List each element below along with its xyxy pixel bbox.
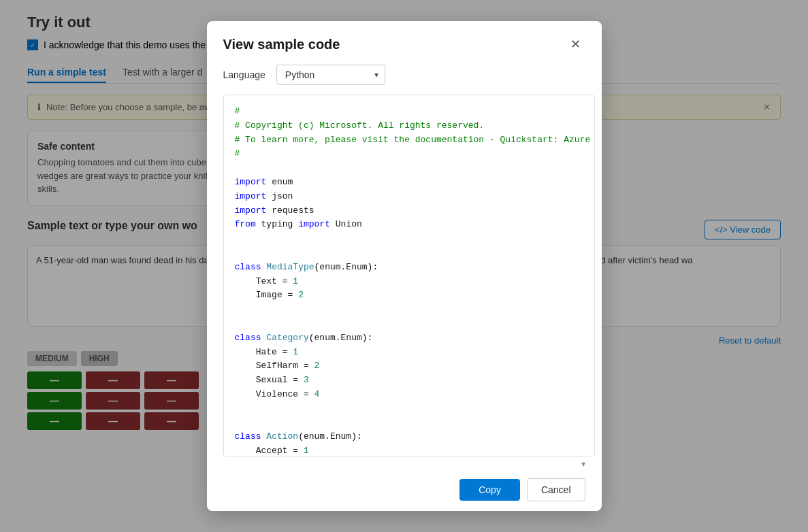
code-line-18: Accept = 1	[235, 444, 583, 456]
code-line-3: # To learn more, please visit the docume…	[235, 133, 583, 148]
scroll-down-icon: ▾	[581, 459, 585, 469]
code-line-13: Hate = 1	[235, 346, 583, 360]
modal-footer: Copy Cancel	[207, 469, 602, 511]
code-line-blank-2	[235, 232, 583, 246]
code-container: # # Copyright (c) Microsoft. All rights …	[223, 95, 595, 456]
code-line-blank-5	[235, 317, 583, 331]
code-line-5: import enum	[235, 176, 583, 190]
code-line-17: class Action(enum.Enum):	[235, 430, 583, 444]
copy-button[interactable]: Copy	[459, 479, 520, 501]
scroll-hint-row: ▾	[207, 456, 602, 469]
code-line-1: #	[235, 105, 583, 119]
modal-dialog: View sample code ✕ Language Python C# Ja…	[207, 21, 602, 511]
code-line-10: Text = 1	[235, 275, 583, 289]
code-line-14: SelfHarm = 2	[235, 359, 583, 373]
cancel-button[interactable]: Cancel	[527, 478, 585, 501]
code-line-16: Violence = 4	[235, 388, 583, 402]
code-line-9: class MediaType(enum.Enum):	[235, 261, 583, 275]
code-line-2: # Copyright (c) Microsoft. All rights re…	[235, 119, 583, 133]
language-label: Language	[223, 69, 265, 80]
code-line-12: class Category(enum.Enum):	[235, 331, 583, 346]
code-line-15: Sexual = 3	[235, 373, 583, 388]
code-line-blank-7	[235, 416, 583, 431]
code-line-6: import json	[235, 190, 583, 204]
code-scroll-area[interactable]: # # Copyright (c) Microsoft. All rights …	[224, 95, 594, 456]
language-selector-wrapper[interactable]: Python C# JavaScript Java	[276, 65, 385, 85]
modal-overlay: View sample code ✕ Language Python C# Ja…	[0, 0, 808, 532]
code-line-11: Image = 2	[235, 288, 583, 303]
language-row: Language Python C# JavaScript Java	[207, 65, 602, 95]
code-line-7: import requests	[235, 204, 583, 218]
code-line-4: #	[235, 147, 583, 161]
code-line-blank-4	[235, 303, 583, 317]
code-line-8: from typing import Union	[235, 218, 583, 232]
code-line-blank-6	[235, 402, 583, 416]
modal-title: View sample code	[223, 37, 340, 52]
code-line-blank-1	[235, 161, 583, 176]
code-line-blank-3	[235, 246, 583, 261]
modal-close-button[interactable]: ✕	[566, 35, 585, 54]
modal-header: View sample code ✕	[207, 21, 602, 65]
language-select[interactable]: Python C# JavaScript Java	[276, 65, 385, 85]
